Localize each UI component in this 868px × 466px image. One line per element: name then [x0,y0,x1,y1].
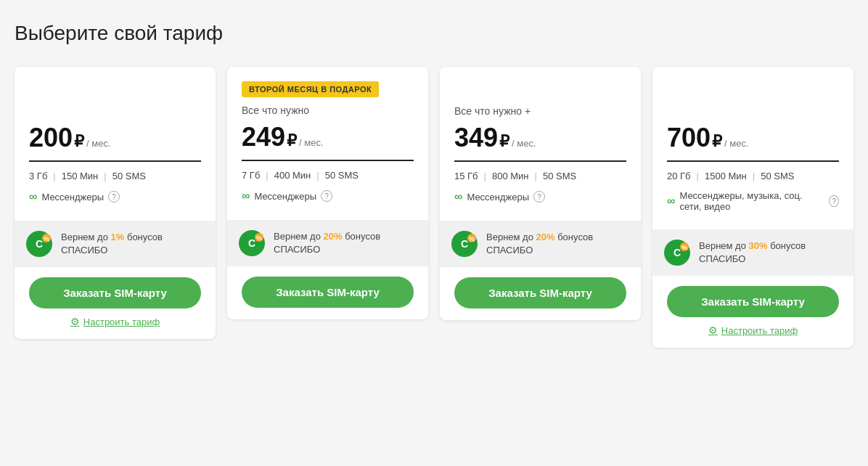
sep2: | [535,171,537,181]
page-title: Выберите свой тариф [15,22,853,45]
sep1: | [53,171,55,181]
card-content: 700 ₽ / мес. 20 Гб | 1500 Мин | 50 SMS ∞… [652,67,853,229]
svg-text:С: С [248,237,255,249]
card-content: ВТОРОЙ МЕСЯЦ В ПОДАРОК Все что нужно 249… [227,67,428,220]
price-divider [454,160,626,162]
price-currency: ₽ [287,131,297,150]
sberbank-logo: С % [664,240,690,266]
order-button[interactable]: Заказать SIM-карту [242,277,414,308]
sep1: | [697,171,699,181]
price-row: 200 ₽ / мес. [29,123,201,153]
bonus-section: С % Вернем до 1% бонусов СПАСИБО [15,221,216,267]
plan-name [29,105,201,120]
sep1: | [266,170,268,181]
bonus-text: Вернем до 20% бонусов СПАСИБО [274,230,417,256]
infinity-icon: ∞ [667,195,675,208]
price-period: / мес. [86,138,111,149]
svg-text:%: % [469,235,475,242]
configure-icon: ⚙ [708,324,718,336]
svg-text:С: С [36,238,43,250]
bonus-percent: 30% [749,240,768,251]
infinity-icon: ∞ [454,190,462,203]
price-row: 349 ₽ / мес. [454,123,626,153]
price-currency: ₽ [499,132,509,151]
spec-sms: 50 SMS [543,171,576,181]
bonus-percent: 1% [111,232,125,242]
plan-name: Все что нужно + [454,105,626,120]
svg-text:С: С [461,238,468,250]
svg-text:%: % [44,235,49,242]
price-divider [667,160,839,162]
spec-sms: 50 SMS [761,171,794,181]
card-plan-700: 700 ₽ / мес. 20 Гб | 1500 Мин | 50 SMS ∞… [652,67,853,348]
messengers-text: Мессенджеры, музыка, соц. сети, видео [679,190,824,212]
question-icon[interactable]: ? [829,195,839,207]
configure-icon: ⚙ [70,316,80,327]
plan-name [667,105,839,120]
price-row: 249 ₽ / мес. [242,122,414,152]
card-plan-349: Все что нужно + 349 ₽ / мес. 15 Гб | 800… [440,67,641,320]
configure-link[interactable]: ⚙ Настроить тариф [70,316,160,327]
question-icon[interactable]: ? [321,190,332,202]
svg-text:С: С [673,247,681,258]
bonus-percent: 20% [324,231,343,242]
card-badge: ВТОРОЙ МЕСЯЦ В ПОДАРОК [242,81,379,97]
card-footer: Заказать SIM-карту ⚙ Настроить тариф [15,267,216,339]
spec-min: 1500 Мин [705,171,747,181]
svg-text:%: % [681,244,687,251]
spec-min: 800 Мин [492,171,529,181]
price-row: 700 ₽ / мес. [667,123,839,153]
card-plan-200: 200 ₽ / мес. 3 Гб | 150 Мин | 50 SMS ∞ М… [15,67,216,339]
bonus-text: Вернем до 30% бонусов СПАСИБО [699,240,842,266]
infinity-icon: ∞ [242,189,250,203]
spec-gb: 7 Гб [242,170,260,181]
svg-text:%: % [256,234,262,242]
configure-label: Настроить тариф [721,325,798,336]
bonus-section: С % Вернем до 20% бонусов СПАСИБО [227,220,428,266]
card-plan-249: ВТОРОЙ МЕСЯЦ В ПОДАРОК Все что нужно 249… [227,67,428,319]
messengers-text: Мессенджеры [467,192,529,203]
order-button[interactable]: Заказать SIM-карту [29,277,201,308]
card-footer: Заказать SIM-карту [227,266,428,319]
spec-gb: 3 Гб [29,171,47,181]
spec-min: 400 Мин [274,170,311,181]
order-button[interactable]: Заказать SIM-карту [454,277,626,308]
sberbank-logo: С % [26,231,52,257]
spec-sms: 50 SMS [112,171,146,181]
specs-row: 20 Гб | 1500 Мин | 50 SMS [667,171,839,181]
price-currency: ₽ [74,132,84,151]
bonus-text: Вернем до 20% бонусов СПАСИБО [486,231,629,257]
bonus-section: С % Вернем до 20% бонусов СПАСИБО [440,221,641,267]
price-amount: 200 [29,123,73,153]
sep2: | [753,171,755,181]
price-amount: 349 [454,123,498,153]
price-amount: 249 [242,122,285,152]
price-period: / мес. [512,138,536,149]
infinity-icon: ∞ [29,190,37,203]
price-currency: ₽ [712,132,722,151]
card-content: 200 ₽ / мес. 3 Гб | 150 Мин | 50 SMS ∞ М… [15,67,216,221]
price-period: / мес. [724,138,749,149]
spec-min: 150 Мин [62,171,99,181]
specs-row: 7 Гб | 400 Мин | 50 SMS [242,170,414,181]
sep2: | [104,171,106,181]
spec-gb: 15 Гб [454,171,478,181]
plan-name: Все что нужно [242,105,414,119]
messengers-row: ∞ Мессенджеры ? [242,189,414,203]
bonus-text: Вернем до 1% бонусов СПАСИБО [61,231,204,257]
messengers-text: Мессенджеры [41,192,104,203]
order-button[interactable]: Заказать SIM-карту [667,286,839,317]
spec-gb: 20 Гб [667,171,691,181]
card-footer: Заказать SIM-карту ⚙ Настроить тариф [652,276,853,348]
cards-container: 200 ₽ / мес. 3 Гб | 150 Мин | 50 SMS ∞ М… [15,67,853,348]
question-icon[interactable]: ? [108,191,120,203]
price-amount: 700 [667,123,711,153]
sberbank-logo: С % [451,231,478,257]
messengers-text: Мессенджеры [254,191,316,202]
bonus-percent: 20% [536,232,555,242]
sep2: | [316,170,319,181]
question-icon[interactable]: ? [533,191,545,203]
spec-sms: 50 SMS [325,170,359,181]
configure-link[interactable]: ⚙ Настроить тариф [708,324,798,336]
specs-row: 15 Гб | 800 Мин | 50 SMS [454,171,626,181]
